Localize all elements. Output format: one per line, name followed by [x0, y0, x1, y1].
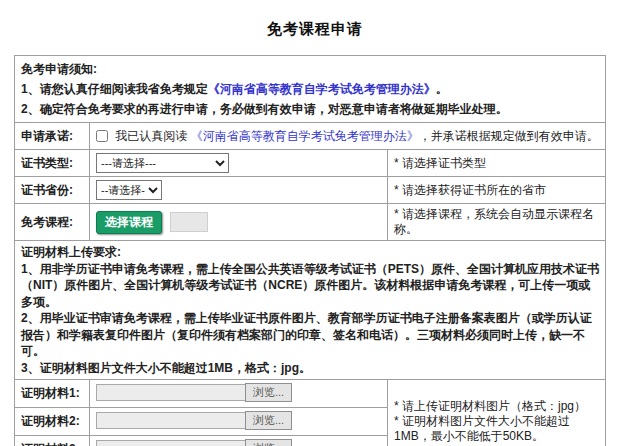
material-2-cell: 浏览... [90, 408, 388, 436]
notice-line1-suffix: 。 [436, 82, 448, 96]
cert-type-cell: ---请选择--- [90, 150, 388, 177]
requirements-item-2: 2、用毕业证书审请免考课程，需上传毕业证书原件图片、教育部学历证书电子注册备案表… [21, 310, 599, 360]
material-2-browse-button[interactable]: 浏览... [245, 411, 292, 430]
exempt-course-row: 免考课程: 选择课程 * 请选择课程，系统会自动显示课程名称。 [15, 204, 606, 241]
agreement-checkbox[interactable] [96, 130, 108, 142]
regulation-link[interactable]: 《河南省高等教育自学考试免考管理办法》 [208, 82, 436, 96]
materials-hint-cell: * 请上传证明材料图片（格式：jpg） * 证明材料图片文件大小不能超过1MB，… [388, 380, 606, 446]
material-3-browse-button[interactable]: 浏览... [245, 439, 292, 446]
notice-section: 免考申请须知: 1、请您认真仔细阅读我省免考规定《河南省高等教育自学考试免考管理… [15, 56, 606, 123]
material-2-label: 证明材料2: [15, 408, 90, 436]
cert-province-cell: --请选择-- [90, 177, 388, 204]
materials-hint-1: * 请上传证明材料图片（格式：jpg） [394, 399, 599, 414]
course-name-box[interactable] [170, 212, 208, 232]
exempt-course-cell: 选择课程 [90, 204, 388, 241]
promise-text-after: ，并承诺根据规定做到有效申请。 [419, 129, 599, 143]
exempt-course-hint: * 请选择课程，系统会自动显示课程名称。 [388, 204, 606, 241]
cert-type-row: 证书类型: ---请选择--- * 请选择证书类型 [15, 150, 606, 177]
promise-row: 申请承诺: 我已认真阅读 《河南省高等教育自学考试免考管理办法》，并承诺根据规定… [15, 123, 606, 150]
requirements-section: 证明材料上传要求: 1、用非学历证书申请免考课程，需上传全国公共英语等级考试证书… [15, 241, 606, 380]
material-row-1: 证明材料1: 浏览... * 请上传证明材料图片（格式：jpg） * 证明材料图… [15, 380, 606, 408]
exempt-course-label: 免考课程: [15, 204, 90, 241]
material-3-file-field[interactable] [96, 440, 246, 446]
cert-type-select[interactable]: ---请选择--- [96, 153, 229, 173]
notice-line1-prefix: 1、请您认真仔细阅读我省免考规定 [21, 82, 208, 96]
requirements-item-3: 3、证明材料图片文件大小不能超过1MB，格式：jpg。 [21, 360, 599, 377]
cert-province-label: 证书省份: [15, 177, 90, 204]
cert-type-label: 证书类型: [15, 150, 90, 177]
cert-province-select[interactable]: --请选择-- [96, 180, 162, 200]
notice-heading: 免考申请须知: [21, 59, 599, 79]
notice-line-2: 2、确定符合免考要求的再进行申请，务必做到有效申请，对恶意申请者将做延期毕业处理… [21, 99, 599, 119]
cert-province-row: 证书省份: --请选择-- * 请选择获得证书所在的省市 [15, 177, 606, 204]
choose-course-button[interactable]: 选择课程 [96, 211, 162, 234]
promise-text-before: 我已认真阅读 [115, 129, 190, 143]
promise-regulation-link[interactable]: 《河南省高等教育自学考试免考管理办法》 [191, 129, 419, 143]
requirements-heading: 证明材料上传要求: [21, 244, 599, 261]
material-1-cell: 浏览... [90, 380, 388, 408]
application-table: 免考申请须知: 1、请您认真仔细阅读我省免考规定《河南省高等教育自学考试免考管理… [14, 55, 606, 446]
material-2-file-field[interactable] [96, 412, 246, 429]
promise-label: 申请承诺: [15, 123, 90, 150]
cert-province-hint: * 请选择获得证书所在的省市 [388, 177, 606, 204]
material-3-cell: 浏览... [90, 436, 388, 446]
requirements-item-1: 1、用非学历证书申请免考课程，需上传全国公共英语等级考试证书（PETS）原件、全… [21, 261, 599, 311]
materials-hint-2: * 证明材料图片文件大小不能超过1MB，最小不能低于50KB。 [394, 414, 599, 444]
promise-content: 我已认真阅读 《河南省高等教育自学考试免考管理办法》，并承诺根据规定做到有效申请… [90, 123, 606, 150]
cert-type-hint: * 请选择证书类型 [388, 150, 606, 177]
material-1-label: 证明材料1: [15, 380, 90, 408]
notice-line-1: 1、请您认真仔细阅读我省免考规定《河南省高等教育自学考试免考管理办法》。 [21, 79, 599, 99]
page-title: 免考课程申请 [0, 0, 630, 39]
material-1-browse-button[interactable]: 浏览... [245, 383, 292, 402]
material-1-file-field[interactable] [96, 384, 246, 401]
material-3-label: 证明材料3: [15, 436, 90, 446]
